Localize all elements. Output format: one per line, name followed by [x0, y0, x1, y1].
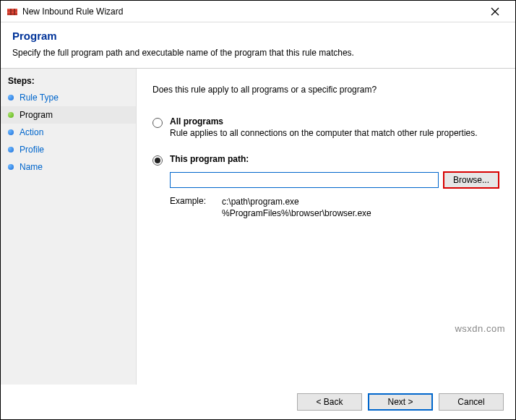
wizard-footer: < Back Next > Cancel	[1, 385, 515, 419]
bullet-icon	[8, 147, 14, 153]
bullet-icon	[8, 164, 14, 170]
option-all-title: All programs	[170, 116, 499, 127]
option-program-path: This program path: Browse... Example: c:…	[152, 154, 499, 219]
content-question: Does this rule apply to all programs or …	[152, 85, 499, 95]
page-description: Specify the full program path and execut…	[12, 48, 504, 58]
example-path-2: %ProgramFiles%\browser\browser.exe	[222, 207, 371, 219]
step-rule-type[interactable]: Rule Type	[1, 89, 136, 106]
radio-this-program[interactable]	[152, 155, 163, 166]
program-path-input[interactable]	[170, 172, 439, 188]
close-button[interactable]	[481, 1, 509, 22]
svg-rect-4	[14, 9, 15, 15]
step-profile[interactable]: Profile	[1, 141, 136, 158]
watermark: wsxdn.com	[455, 323, 505, 334]
svg-rect-3	[10, 9, 12, 15]
step-action[interactable]: Action	[1, 124, 136, 141]
steps-heading: Steps:	[1, 74, 136, 89]
example-label: Example:	[170, 196, 222, 219]
close-icon	[491, 7, 499, 16]
wizard-header: Program Specify the full program path an…	[1, 22, 515, 68]
steps-sidebar: Steps: Rule Type Program Action Profile …	[1, 69, 137, 385]
svg-rect-2	[7, 12, 17, 13]
step-label[interactable]: Action	[20, 127, 43, 137]
bullet-icon	[8, 112, 14, 118]
svg-rect-1	[7, 9, 17, 10]
option-all-programs: All programs Rule applies to all connect…	[152, 116, 499, 138]
step-label: Program	[20, 110, 53, 120]
page-title: Program	[12, 30, 504, 42]
example-path-1: c:\path\program.exe	[222, 196, 371, 207]
step-label[interactable]: Rule Type	[20, 93, 59, 103]
step-label[interactable]: Name	[20, 162, 43, 172]
window-title: New Inbound Rule Wizard	[22, 7, 481, 17]
back-button[interactable]: < Back	[297, 393, 362, 411]
option-all-desc: Rule applies to all connections on the c…	[170, 128, 499, 138]
wizard-body: Steps: Rule Type Program Action Profile …	[1, 68, 515, 385]
step-label[interactable]: Profile	[20, 145, 44, 155]
next-button[interactable]: Next >	[368, 393, 433, 411]
wizard-content: Does this rule apply to all programs or …	[137, 69, 515, 385]
step-name[interactable]: Name	[1, 158, 136, 176]
firewall-icon	[7, 6, 18, 17]
step-program[interactable]: Program	[1, 106, 136, 124]
titlebar: New Inbound Rule Wizard	[1, 1, 515, 22]
bullet-icon	[8, 129, 14, 135]
browse-button[interactable]: Browse...	[443, 171, 499, 189]
wizard-window: New Inbound Rule Wizard Program Specify …	[0, 0, 516, 420]
radio-all-programs[interactable]	[152, 118, 163, 128]
option-path-title: This program path:	[170, 154, 499, 164]
cancel-button[interactable]: Cancel	[439, 393, 504, 411]
bullet-icon	[8, 95, 14, 100]
example-paths: c:\path\program.exe %ProgramFiles%\brows…	[222, 196, 371, 219]
